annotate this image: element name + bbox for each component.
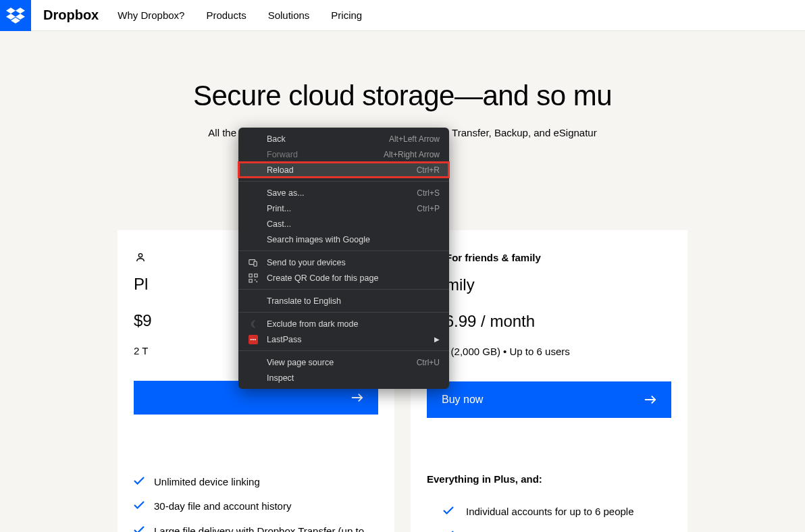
ctx-separator (238, 350, 449, 351)
ctx-view-source[interactable]: View page sourceCtrl+U (238, 354, 449, 370)
buy-button-family[interactable]: Buy now (427, 381, 671, 418)
feature-item: Individual accounts for up to 6 people (443, 500, 671, 524)
svg-rect-3 (255, 273, 257, 276)
check-icon (134, 526, 145, 533)
plan-price-family: $16.99 / month (427, 312, 671, 331)
check-icon (443, 506, 454, 514)
devices-icon (248, 257, 259, 268)
svg-rect-1 (254, 261, 257, 266)
nav-pricing[interactable]: Pricing (331, 9, 362, 21)
ctx-separator (238, 181, 449, 182)
arrow-right-icon (351, 393, 363, 402)
feature-list-family: Individual accounts for up to 6 people A… (443, 500, 671, 532)
dropbox-logo[interactable] (0, 0, 31, 31)
ctx-save-as[interactable]: Save as...Ctrl+S (238, 185, 449, 201)
svg-rect-2 (249, 273, 252, 276)
browser-context-menu: BackAlt+Left Arrow ForwardAlt+Right Arro… (238, 128, 449, 389)
moon-icon (248, 319, 259, 329)
ctx-back[interactable]: BackAlt+Left Arrow (238, 131, 449, 147)
svg-rect-4 (249, 279, 252, 282)
person-icon (134, 252, 147, 263)
plan-name-family: Family (427, 275, 671, 294)
qr-icon (248, 273, 259, 284)
hero-title: Secure cloud storage—and so mu (0, 80, 805, 112)
svg-rect-5 (255, 279, 256, 280)
ctx-cast[interactable]: Cast... (238, 216, 449, 232)
plan-meta-family: 2 TB (2,000 GB) • Up to 6 users (427, 346, 671, 357)
ctx-separator (238, 312, 449, 313)
svg-rect-6 (256, 281, 257, 282)
ctx-qr-code[interactable]: Create QR Code for this page (238, 270, 449, 286)
check-icon (134, 477, 145, 485)
ctx-translate[interactable]: Translate to English (238, 293, 449, 309)
plan-card-family: For friends & family Family $16.99 / mon… (411, 230, 687, 532)
arrow-right-icon (644, 395, 656, 404)
header: Dropbox Why Dropbox? Products Solutions … (0, 0, 805, 31)
ctx-reload[interactable]: ReloadCtrl+R (238, 162, 449, 178)
dropbox-icon (6, 7, 25, 24)
ctx-separator (238, 289, 449, 290)
chevron-right-icon: ▶ (434, 336, 440, 343)
feature-item: Large file delivery with Dropbox Transfe… (134, 519, 378, 533)
feature-item: Access to Family Room folder for each gr… (443, 524, 671, 532)
ctx-print[interactable]: Print...Ctrl+P (238, 201, 449, 216)
brand-name[interactable]: Dropbox (43, 7, 99, 23)
feature-list-plus: Unlimited device linking 30-day file and… (134, 470, 378, 532)
ctx-send-devices[interactable]: Send to your devices (238, 255, 449, 270)
ctx-separator (238, 250, 449, 251)
lastpass-icon: ••• (248, 334, 259, 345)
hero: Secure cloud storage—and so mu All the e… (0, 31, 805, 138)
main-nav: Why Dropbox? Products Solutions Pricing (118, 9, 362, 21)
ctx-inspect[interactable]: Inspect (238, 370, 449, 385)
feature-item: Unlimited device linking (134, 470, 378, 494)
nav-solutions[interactable]: Solutions (268, 9, 310, 21)
ctx-lastpass[interactable]: •••LastPass▶ (238, 331, 449, 347)
check-icon (134, 501, 145, 509)
plan-tag-family: For friends & family (427, 252, 671, 263)
features-heading-family: Everything in Plus, and: (427, 473, 671, 485)
ctx-exclude-dark[interactable]: Exclude from dark mode (238, 316, 449, 331)
nav-why-dropbox[interactable]: Why Dropbox? (118, 9, 184, 21)
ctx-search-images[interactable]: Search images with Google (238, 232, 449, 247)
ctx-forward: ForwardAlt+Right Arrow (238, 147, 449, 162)
feature-item: 30-day file and account history (134, 494, 378, 518)
nav-products[interactable]: Products (206, 9, 246, 21)
